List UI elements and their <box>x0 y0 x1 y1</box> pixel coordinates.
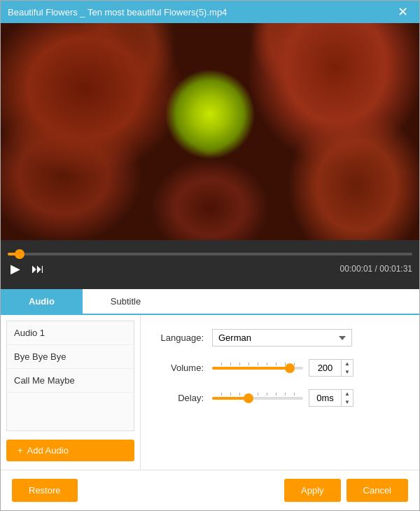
audio-item-1[interactable]: Bye Bye Bye <box>7 345 134 369</box>
audio-item-label-2: Call Me Maybe <box>14 375 75 386</box>
volume-label: Volume: <box>155 363 204 373</box>
footer: Restore Apply Cancel <box>1 470 419 510</box>
volume-control: ▲ ▼ <box>212 359 405 377</box>
tab-audio[interactable]: Audio <box>1 289 83 314</box>
delay-thumb[interactable] <box>244 393 253 403</box>
language-label: Language: <box>155 332 204 343</box>
dtick8 <box>294 393 295 396</box>
volume-row: Volume: <box>155 359 405 377</box>
app-window: Beautiful Flowers _ Ten most beautiful F… <box>0 0 420 511</box>
video-thumbnail <box>1 23 419 240</box>
time-separator: / <box>375 264 377 274</box>
delay-spinners: ▲ ▼ <box>341 390 353 406</box>
apply-button[interactable]: Apply <box>284 479 341 502</box>
window-title: Beautiful Flowers _ Ten most beautiful F… <box>8 7 227 18</box>
dtick3 <box>239 393 240 396</box>
tick2 <box>230 363 231 365</box>
progress-thumb[interactable] <box>15 249 24 259</box>
delay-down-button[interactable]: ▼ <box>342 398 353 407</box>
time-display: 00:00:01 / 00:01:31 <box>340 264 412 274</box>
volume-input[interactable] <box>309 360 341 375</box>
cancel-button[interactable]: Cancel <box>346 479 408 502</box>
add-audio-button[interactable]: + Add Audio <box>6 440 134 461</box>
audio-item-0[interactable]: Audio 1 <box>7 321 134 345</box>
tick6 <box>267 363 267 365</box>
audio-item-label-0: Audio 1 <box>14 328 45 338</box>
main-content: Audio 1 Bye Bye Bye Call Me Maybe + Add … <box>1 315 419 470</box>
progress-bar-container[interactable] <box>8 253 412 255</box>
tick1 <box>221 363 222 365</box>
audio-list-panel: Audio 1 Bye Bye Bye Call Me Maybe + Add … <box>1 315 141 470</box>
volume-spinners: ▲ ▼ <box>341 360 353 376</box>
close-button[interactable]: ✕ <box>393 4 412 20</box>
footer-right: Apply Cancel <box>284 479 408 502</box>
tick8 <box>285 363 286 365</box>
add-audio-label: Add Audio <box>27 445 69 456</box>
dtick7 <box>285 393 286 396</box>
language-control: German English French Spanish Italian <box>212 329 405 346</box>
skip-button[interactable]: ⏭ <box>29 261 47 276</box>
delay-input-wrap: ▲ ▼ <box>309 389 354 407</box>
tick5 <box>258 363 258 365</box>
delay-up-button[interactable]: ▲ <box>342 390 353 398</box>
play-button[interactable]: ▶ <box>8 261 23 276</box>
volume-down-button[interactable]: ▼ <box>342 368 353 377</box>
dtick4 <box>258 393 258 396</box>
media-controls: ▶ ⏭ 00:00:01 / 00:01:31 <box>1 240 419 289</box>
tick9 <box>294 363 295 365</box>
audio-item-label-1: Bye Bye Bye <box>14 351 66 362</box>
add-audio-icon: + <box>18 445 23 456</box>
audio-items-list: Audio 1 Bye Bye Bye Call Me Maybe <box>6 321 134 431</box>
total-time: 00:01:31 <box>379 264 412 274</box>
tick4 <box>248 363 249 365</box>
delay-control: ▲ ▼ <box>212 389 405 407</box>
settings-panel: Language: German English French Spanish … <box>141 315 419 470</box>
volume-fill <box>212 367 290 370</box>
language-select[interactable]: German English French Spanish Italian <box>212 329 352 346</box>
controls-row: ▶ ⏭ 00:00:01 / 00:01:31 <box>8 261 412 276</box>
video-preview <box>1 23 419 240</box>
playback-buttons: ▶ ⏭ <box>8 261 47 276</box>
volume-slider[interactable] <box>212 367 303 370</box>
dtick6 <box>276 393 276 396</box>
current-time: 00:00:01 <box>340 264 373 274</box>
dtick2 <box>230 393 231 396</box>
volume-up-button[interactable]: ▲ <box>342 360 353 368</box>
tick3 <box>239 363 240 365</box>
volume-input-wrap: ▲ ▼ <box>309 359 354 377</box>
tab-bar: Audio Subtitle <box>1 289 419 315</box>
dtick1 <box>221 393 222 396</box>
restore-button[interactable]: Restore <box>12 479 78 502</box>
progress-track[interactable] <box>8 253 412 255</box>
delay-slider[interactable] <box>212 397 303 400</box>
delay-label: Delay: <box>155 393 204 403</box>
footer-left: Restore <box>12 479 78 502</box>
tick7 <box>276 363 276 365</box>
tab-subtitle[interactable]: Subtitle <box>83 289 169 314</box>
volume-thumb[interactable] <box>285 363 295 373</box>
delay-row: Delay: <box>155 389 405 407</box>
audio-item-2[interactable]: Call Me Maybe <box>7 369 134 393</box>
dtick5 <box>267 393 267 396</box>
delay-input[interactable] <box>309 391 341 405</box>
title-bar: Beautiful Flowers _ Ten most beautiful F… <box>1 1 419 23</box>
language-row: Language: German English French Spanish … <box>155 329 405 346</box>
